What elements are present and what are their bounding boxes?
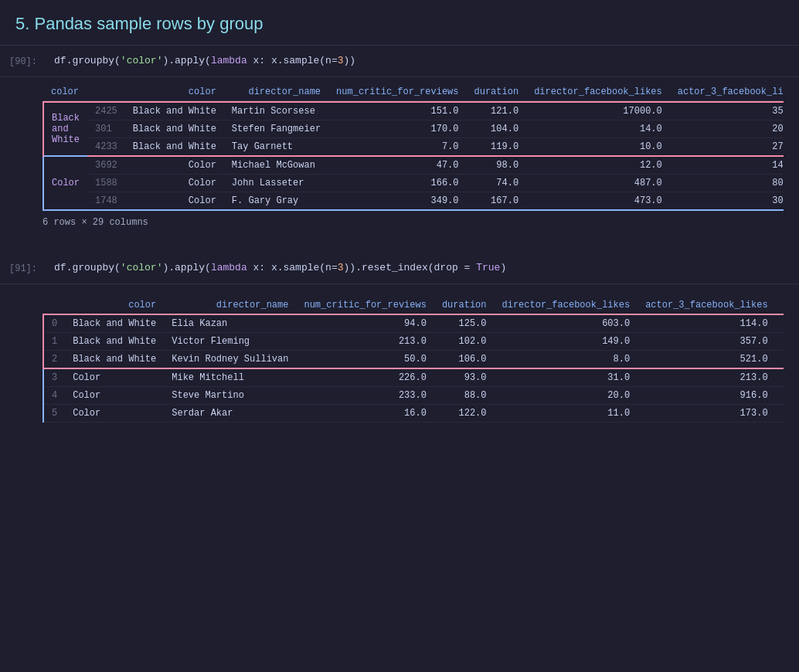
row-color: Black and White xyxy=(65,333,164,351)
col2-header-director: director_name xyxy=(164,297,296,314)
row-act3-fb: 213.0 xyxy=(638,368,775,387)
col2-header-duration: duration xyxy=(434,297,495,314)
row-color: Color xyxy=(125,175,224,192)
cell2-code: [91]: df.groupby('color').apply(lambda x… xyxy=(0,253,799,284)
row-act3-fb: 114.0 xyxy=(638,314,775,333)
col2-header-act3-fb: actor_3_facebook_likes xyxy=(638,297,775,314)
row-duration: 119.0 xyxy=(467,138,527,157)
row-num-critic: 7.0 xyxy=(328,138,466,157)
row-dir-fb: 603.0 xyxy=(495,314,638,333)
table-row: 0 Black and White Elia Kazan 94.0 125.0 … xyxy=(43,314,784,333)
col-header-dir-fb: director_facebook_likes xyxy=(526,83,670,101)
table2-container: color director_name num_critic_for_revie… xyxy=(42,297,784,423)
heading-title: 5. Pandas sample rows by group xyxy=(15,14,784,34)
row-dir-fb: 149.0 xyxy=(495,333,638,351)
row-duration: 125.0 xyxy=(434,314,495,333)
row-idx: 2 xyxy=(43,351,65,369)
row-director: Serdar Akar xyxy=(164,405,296,423)
row-act3-fb: 173.0 xyxy=(638,405,775,423)
row-act2: Kathy Griffin xyxy=(776,368,784,387)
row-act2: Bergüzar Korel xyxy=(776,405,784,423)
cell1-output: color color director_name num_critic_for… xyxy=(0,77,799,240)
row-dir-fb: 20.0 xyxy=(495,387,638,405)
row-duration: 98.0 xyxy=(467,156,527,175)
row-idx: 1 xyxy=(43,333,65,351)
row-idx: 5 xyxy=(43,405,65,423)
row-idx: 1748 xyxy=(87,192,125,211)
row-idx: 3 xyxy=(43,368,65,387)
row-director: Stefen Fangmeier xyxy=(224,120,328,138)
group-label-bw: BlackandWhite xyxy=(43,102,87,156)
row-duration: 121.0 xyxy=(467,102,527,120)
row-idx: 0 xyxy=(43,314,65,333)
col2-header-num-critic: num_critic_for_reviews xyxy=(296,297,434,314)
cell2-code-content: df.groupby('color').apply(lambda x: x.sa… xyxy=(46,259,514,277)
row-act3-fb: 357.0 xyxy=(638,333,775,351)
row-dir-fb: 17000.0 xyxy=(526,102,670,120)
row-director: Martin Scorsese xyxy=(224,102,328,120)
row-duration: 88.0 xyxy=(434,387,495,405)
cell1-code: [90]: df.groupby('color').apply(lambda x… xyxy=(0,46,799,77)
row-act2: Terry xyxy=(776,333,784,351)
row-color: Color xyxy=(125,192,224,211)
row-color: Color xyxy=(125,156,224,175)
col-header-idx xyxy=(87,83,125,101)
row-act3-fb: 203.0 xyxy=(670,120,784,138)
col-header-director: director_name xyxy=(224,83,328,101)
row-num-critic: 166.0 xyxy=(328,175,466,192)
table1-container: color color director_name num_critic_for… xyxy=(42,83,784,211)
row-num-critic: 349.0 xyxy=(328,192,466,211)
row-director: Elia Kazan xyxy=(164,314,296,333)
row-act3-fb: 275.0 xyxy=(670,138,784,157)
col-header-color: color xyxy=(125,83,224,101)
row-idx: 4 xyxy=(43,387,65,405)
row-dir-fb: 10.0 xyxy=(526,138,670,157)
row-color: Black and White xyxy=(65,314,164,333)
row-duration: 93.0 xyxy=(434,368,495,387)
table-row: 5 Color Serdar Akar 16.0 122.0 11.0 173.… xyxy=(43,405,784,423)
row-act2: Josh Gad xyxy=(776,387,784,405)
row-director: Steve Martino xyxy=(164,387,296,405)
row-num-critic: 170.0 xyxy=(328,120,466,138)
row-act3-fb: 521.0 xyxy=(638,351,775,369)
row-color: Black and White xyxy=(125,120,224,138)
row-idx: 4233 xyxy=(87,138,125,157)
table-row: 1588 Color John Lasseter 166.0 74.0 487.… xyxy=(43,175,784,192)
row-dir-fb: 12.0 xyxy=(526,156,670,175)
col2-header-act2: actor_2_name xyxy=(776,297,784,314)
row-duration: 122.0 xyxy=(434,405,495,423)
row-act3-fb: 356.0 xyxy=(670,102,784,120)
row-act3-fb: 916.0 xyxy=(638,387,775,405)
table1-info: 6 rows × 29 columns xyxy=(42,214,784,231)
row-director: Tay Garnett xyxy=(224,138,328,157)
row-num-critic: 213.0 xyxy=(296,333,434,351)
table-row: 1 Black and White Victor Fleming 213.0 1… xyxy=(43,333,784,351)
col2-header-idx xyxy=(43,297,65,314)
table-row: 4 Color Steve Martino 233.0 88.0 20.0 91… xyxy=(43,387,784,405)
row-num-critic: 94.0 xyxy=(296,314,434,333)
table-row: 3 Color Mike Mitchell 226.0 93.0 31.0 21… xyxy=(43,368,784,387)
cell1-number: [90]: xyxy=(0,52,46,70)
row-num-critic: 16.0 xyxy=(296,405,434,423)
cell2-number: [91]: xyxy=(0,259,46,277)
row-num-critic: 151.0 xyxy=(328,102,466,120)
row-color: Black and White xyxy=(125,102,224,120)
row-dir-fb: 473.0 xyxy=(526,192,670,211)
row-director: F. Gary Gray xyxy=(224,192,328,211)
cell1-code-content: df.groupby('color').apply(lambda x: x.sa… xyxy=(46,52,363,70)
row-dir-fb: 31.0 xyxy=(495,368,638,387)
row-idx: 1588 xyxy=(87,175,125,192)
row-color: Black and White xyxy=(65,351,164,369)
row-act3-fb: 149.0 xyxy=(670,156,784,175)
row-duration: 167.0 xyxy=(467,192,527,211)
col2-header-color: color xyxy=(65,297,164,314)
row-act2: Karl Malden xyxy=(776,314,784,333)
heading: 5. Pandas sample rows by group xyxy=(0,0,799,46)
table-row: 301 Black and White Stefen Fangmeier 170… xyxy=(43,120,784,138)
row-duration: 102.0 xyxy=(434,333,495,351)
table1: color color director_name num_critic_for… xyxy=(42,83,784,211)
row-dir-fb: 8.0 xyxy=(495,351,638,369)
row-act3-fb: 802.0 xyxy=(670,175,784,192)
table-row: 1748 Color F. Gary Gray 349.0 167.0 473.… xyxy=(43,192,784,211)
table2: color director_name num_critic_for_revie… xyxy=(42,297,784,423)
